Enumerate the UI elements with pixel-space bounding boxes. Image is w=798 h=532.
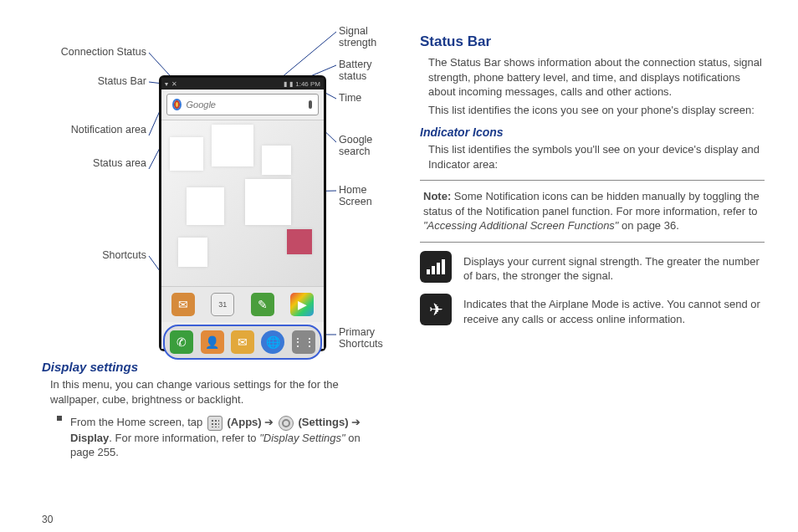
evernote-app-icon[interactable]: ✎ [251, 293, 274, 316]
label-google-search: Google search [339, 134, 386, 157]
label-shortcuts: Shortcuts [33, 249, 146, 261]
search-input[interactable] [187, 100, 303, 110]
bullet-icon [57, 416, 62, 421]
label-connection-status: Connection Status [33, 46, 146, 58]
indicator-icons-heading: Indicator Icons [420, 125, 765, 139]
note-block: Note: Some Notification icons can be hid… [420, 189, 765, 233]
apps-drawer-icon[interactable]: ⋮⋮ [292, 330, 315, 354]
divider [420, 180, 765, 181]
label-battery-status: Battery status [339, 59, 386, 82]
label-home-screen: Home Screen [339, 184, 386, 207]
primary-shortcuts-row: ✆ 👤 ✉ 🌐 ⋮⋮ [163, 325, 322, 360]
label-primary-shortcuts: Primary Shortcuts [339, 326, 386, 350]
divider [420, 242, 765, 243]
play-store-icon[interactable]: ▶ [290, 293, 314, 316]
label-status-bar: Status Bar [33, 75, 146, 87]
signal-strength-icon [420, 251, 452, 283]
display-settings-heading: Display settings [42, 360, 386, 374]
home-screen-diagram: Connection Status Status Bar Notificatio… [42, 25, 386, 351]
svg-line-5 [276, 32, 336, 82]
apps-inline-icon [207, 416, 223, 431]
messaging-app-icon[interactable]: ✉ [231, 330, 254, 354]
status-bar-heading: Status Bar [420, 33, 765, 50]
signal-strength-row: Displays your current signal strength. T… [420, 251, 765, 287]
calendar-app-icon[interactable]: 31 [211, 293, 234, 316]
settings-inline-icon [279, 416, 294, 431]
mic-icon[interactable] [308, 100, 314, 109]
page-number: 30 [42, 514, 53, 525]
shortcuts-row: ✉ 31 ✎ ▶ [161, 287, 324, 322]
label-status-area: Status area [33, 157, 146, 169]
bluetooth-icon: ✕ [171, 80, 177, 88]
battery-icon: ▮ [289, 80, 293, 88]
clock: 1:46 PM [295, 80, 320, 88]
phone-status-bar: ▾ ✕ ▮ ▮ 1:46 PM [161, 78, 324, 90]
internet-app-icon[interactable]: 🌐 [261, 330, 284, 354]
airplane-mode-icon: ✈ [420, 294, 452, 325]
google-search-bar[interactable] [166, 94, 319, 115]
home-screen-area[interactable] [161, 120, 324, 287]
wifi-icon: ▾ [165, 80, 168, 88]
indicator-p3: This list identifies the symbols you'll … [420, 142, 765, 171]
status-bar-p2: This list identifies the icons you see o… [420, 103, 765, 118]
phone-mockup: ▾ ✕ ▮ ▮ 1:46 PM ✉ [159, 75, 326, 351]
phone-app-icon[interactable]: ✆ [170, 330, 193, 354]
contacts-app-icon[interactable]: 👤 [201, 330, 224, 354]
google-icon [172, 99, 182, 110]
email-app-icon[interactable]: ✉ [171, 293, 195, 316]
airplane-mode-row: ✈ Indicates that the Airplane Mode is ac… [420, 294, 765, 330]
status-bar-p1: The Status Bar shows information about t… [420, 55, 765, 100]
display-settings-bullet: From the Home screen, tap (Apps) ➔ (Sett… [42, 412, 386, 463]
signal-icon: ▮ [284, 80, 287, 88]
display-settings-para: In this menu, you can change various set… [42, 377, 386, 407]
label-time: Time [339, 92, 361, 104]
label-signal-strength: Signal strength [339, 25, 386, 49]
label-notification-area: Notification area [33, 124, 146, 136]
